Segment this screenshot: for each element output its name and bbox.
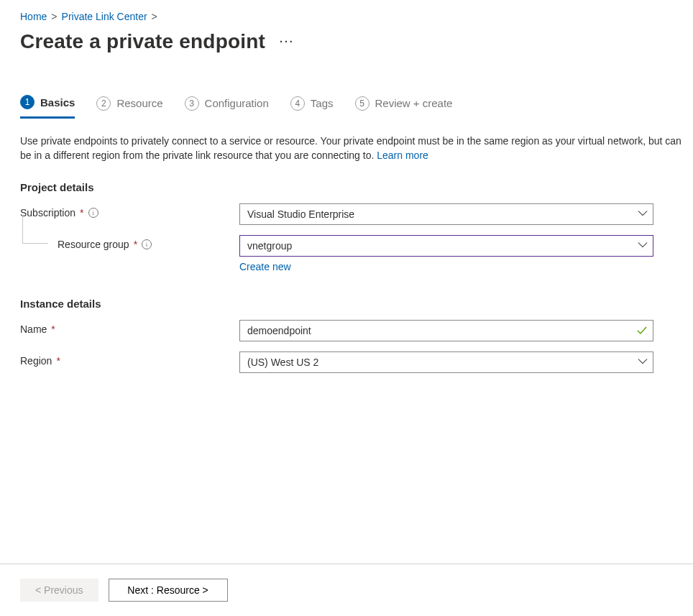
section-project-details: Project details: [20, 181, 693, 193]
label-text: Region: [20, 355, 52, 367]
label-region: Region *: [20, 351, 239, 367]
tab-step-number-icon: 3: [185, 96, 199, 111]
label-subscription: Subscription * i: [20, 203, 239, 219]
resource-group-select[interactable]: [239, 235, 653, 257]
previous-button: < Previous: [20, 579, 98, 602]
tab-step-number-icon: 4: [290, 96, 305, 111]
next-button[interactable]: Next : Resource >: [109, 579, 228, 602]
info-icon[interactable]: i: [142, 239, 152, 249]
label-text: Resource group: [58, 239, 129, 250]
tab-basics[interactable]: 1 Basics: [20, 95, 75, 119]
tab-label: Configuration: [205, 97, 269, 109]
chevron-right-icon: >: [152, 11, 157, 22]
label-name: Name *: [20, 320, 239, 335]
label-text: Name: [20, 323, 47, 335]
info-icon[interactable]: i: [88, 208, 98, 218]
breadcrumb-home[interactable]: Home: [20, 11, 47, 22]
field-subscription: [239, 203, 653, 225]
row-resource-group: Resource group * i Create new: [20, 235, 693, 273]
required-asterisk-icon: *: [56, 355, 60, 367]
section-instance-details: Instance details: [20, 298, 693, 310]
breadcrumb: Home > Private Link Center >: [20, 7, 693, 26]
tab-tags[interactable]: 4 Tags: [290, 95, 334, 119]
row-name: Name *: [20, 320, 693, 341]
label-resource-group: Resource group * i: [20, 235, 239, 250]
row-subscription: Subscription * i: [20, 203, 693, 225]
tab-label: Basics: [40, 96, 75, 109]
tab-label: Review + create: [375, 97, 453, 109]
title-row: Create a private endpoint ···: [20, 30, 693, 53]
tab-configuration[interactable]: 3 Configuration: [185, 95, 269, 119]
page-title: Create a private endpoint: [20, 30, 265, 53]
required-asterisk-icon: *: [80, 207, 83, 219]
tab-review-create[interactable]: 5 Review + create: [355, 95, 453, 119]
tab-resource[interactable]: 2 Resource: [96, 95, 162, 119]
region-select[interactable]: [239, 351, 653, 373]
tab-step-number-icon: 2: [96, 96, 111, 111]
name-input[interactable]: [239, 320, 653, 341]
field-region: [239, 351, 653, 373]
tab-label: Resource: [116, 97, 162, 109]
learn-more-link[interactable]: Learn more: [377, 150, 428, 161]
indent-bracket-icon: [22, 215, 48, 244]
field-name: [239, 320, 653, 341]
required-asterisk-icon: *: [51, 323, 55, 335]
row-region: Region *: [20, 351, 693, 373]
check-icon: [636, 325, 648, 336]
breadcrumb-private-link-center[interactable]: Private Link Center: [62, 11, 147, 22]
page-body: Home > Private Link Center > Create a pr…: [0, 0, 693, 564]
tab-step-number-icon: 1: [20, 95, 35, 109]
subscription-select[interactable]: [239, 203, 653, 225]
chevron-right-icon: >: [51, 11, 57, 22]
description-text: Use private endpoints to privately conne…: [20, 134, 685, 162]
footer: < Previous Next : Resource >: [0, 564, 693, 616]
description-span: Use private endpoints to privately conne…: [20, 135, 681, 161]
wizard-tabs: 1 Basics 2 Resource 3 Configuration 4 Ta…: [20, 95, 693, 119]
required-asterisk-icon: *: [134, 239, 137, 250]
tab-label: Tags: [311, 97, 334, 109]
create-new-link[interactable]: Create new: [239, 261, 291, 272]
tab-step-number-icon: 5: [355, 96, 370, 111]
field-resource-group: Create new: [239, 235, 653, 273]
more-icon[interactable]: ···: [278, 34, 296, 50]
